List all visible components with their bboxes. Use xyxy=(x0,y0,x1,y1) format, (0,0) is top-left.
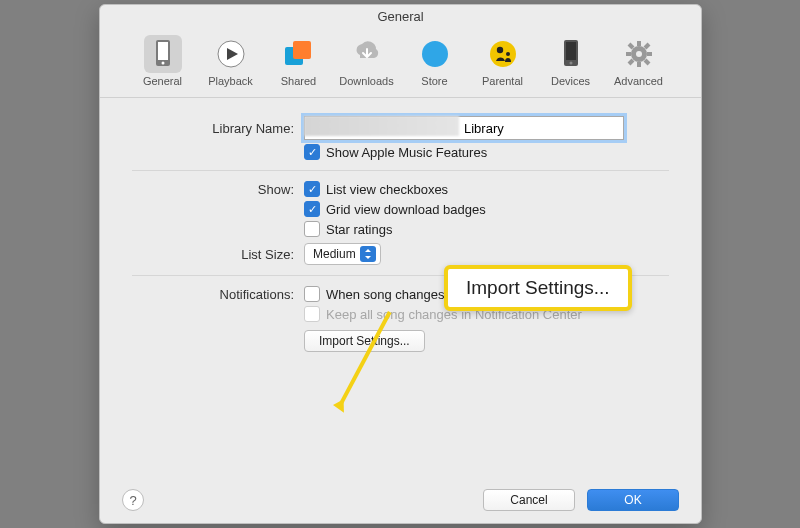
preferences-body: Library Name: Show Apple Music Features … xyxy=(100,98,701,352)
cancel-button[interactable]: Cancel xyxy=(483,489,575,511)
grid-download-badges-checkbox[interactable]: Grid view download badges xyxy=(304,201,669,217)
preferences-toolbar: General Playback Shared Downloads Store xyxy=(100,31,701,98)
checkbox-label: List view checkboxes xyxy=(326,182,448,197)
svg-rect-1 xyxy=(158,42,168,60)
redacted-overlay xyxy=(304,116,459,136)
notifications-label: Notifications: xyxy=(132,287,304,302)
show-label: Show: xyxy=(132,182,304,197)
svg-rect-6 xyxy=(293,41,311,59)
list-size-label: List Size: xyxy=(132,247,304,262)
tab-playback[interactable]: Playback xyxy=(202,35,260,87)
svg-point-13 xyxy=(569,62,572,65)
svg-point-10 xyxy=(506,52,510,56)
tab-label: Downloads xyxy=(339,75,393,87)
playback-icon xyxy=(212,35,250,73)
tab-downloads[interactable]: Downloads xyxy=(338,35,396,87)
tab-devices[interactable]: Devices xyxy=(542,35,600,87)
svg-line-23 xyxy=(629,60,633,64)
checkbox-label: Grid view download badges xyxy=(326,202,486,217)
window-title: General xyxy=(100,5,701,31)
when-song-changes-checkbox[interactable]: When song changes xyxy=(304,286,669,302)
advanced-icon xyxy=(620,35,658,73)
tab-label: General xyxy=(143,75,182,87)
checkbox-icon xyxy=(304,201,320,217)
svg-point-8 xyxy=(490,41,516,67)
select-value: Medium xyxy=(313,247,356,261)
svg-marker-24 xyxy=(365,249,371,252)
svg-point-2 xyxy=(161,62,164,65)
store-icon xyxy=(416,35,454,73)
tab-store[interactable]: Store xyxy=(406,35,464,87)
library-name-label: Library Name: xyxy=(132,121,304,136)
preferences-window: General General Playback Shared Download… xyxy=(99,4,702,524)
downloads-icon xyxy=(348,35,386,73)
chevron-updown-icon xyxy=(360,246,376,262)
tab-label: Advanced xyxy=(614,75,663,87)
dialog-footer: ? Cancel OK xyxy=(100,489,701,511)
tab-shared[interactable]: Shared xyxy=(270,35,328,87)
checkbox-label: When song changes xyxy=(326,287,445,302)
tab-label: Parental xyxy=(482,75,523,87)
list-view-checkboxes-checkbox[interactable]: List view checkboxes xyxy=(304,181,669,197)
checkbox-icon xyxy=(304,286,320,302)
checkbox-icon xyxy=(304,181,320,197)
svg-marker-25 xyxy=(365,256,371,259)
svg-line-20 xyxy=(629,44,633,48)
tab-label: Playback xyxy=(208,75,253,87)
ok-button[interactable]: OK xyxy=(587,489,679,511)
general-icon xyxy=(144,35,182,73)
tab-parental[interactable]: Parental xyxy=(474,35,532,87)
show-apple-music-checkbox[interactable]: Show Apple Music Features xyxy=(304,144,669,160)
divider xyxy=(132,170,669,171)
divider xyxy=(132,275,669,276)
shared-icon xyxy=(280,35,318,73)
import-settings-button[interactable]: Import Settings... xyxy=(304,330,425,352)
checkbox-icon xyxy=(304,221,320,237)
devices-icon xyxy=(552,35,590,73)
checkbox-label: Star ratings xyxy=(326,222,392,237)
tab-label: Store xyxy=(421,75,447,87)
checkbox-icon xyxy=(304,306,320,322)
tab-advanced[interactable]: Advanced xyxy=(610,35,668,87)
checkbox-label: Keep all song changes in Notification Ce… xyxy=(326,307,582,322)
list-size-select[interactable]: Medium xyxy=(304,243,381,265)
svg-rect-12 xyxy=(566,42,576,60)
svg-line-21 xyxy=(645,60,649,64)
star-ratings-checkbox[interactable]: Star ratings xyxy=(304,221,669,237)
help-button[interactable]: ? xyxy=(122,489,144,511)
parental-icon xyxy=(484,35,522,73)
checkbox-label: Show Apple Music Features xyxy=(326,145,487,160)
checkbox-icon xyxy=(304,144,320,160)
svg-point-7 xyxy=(422,41,448,67)
keep-in-notification-center-checkbox: Keep all song changes in Notification Ce… xyxy=(304,306,669,322)
svg-line-22 xyxy=(645,44,649,48)
tab-label: Devices xyxy=(551,75,590,87)
tab-label: Shared xyxy=(281,75,316,87)
svg-point-15 xyxy=(636,51,642,57)
tab-general[interactable]: General xyxy=(134,35,192,87)
svg-point-9 xyxy=(496,47,502,53)
